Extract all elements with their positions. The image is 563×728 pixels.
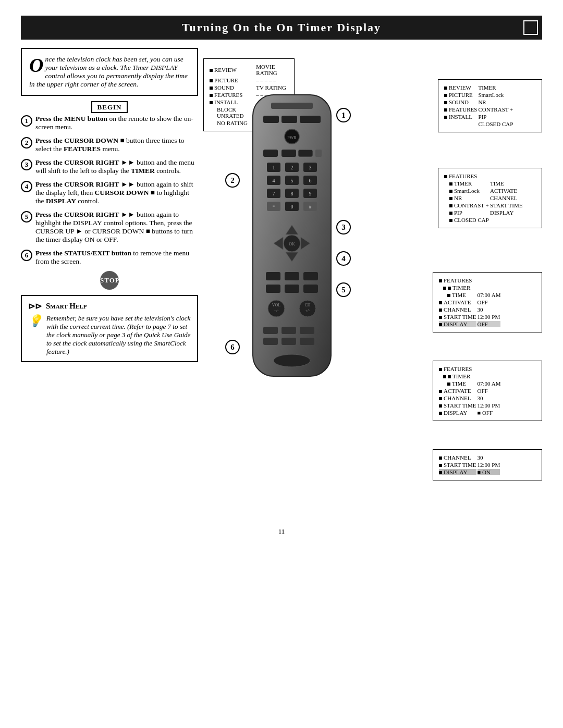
menu-3-row-pip: PIP DISPLAY — [444, 209, 522, 216]
step-2-num: 2 — [21, 137, 32, 149]
menu-3-contrast-label: CONTRAST + — [444, 202, 489, 208]
menu-5-time-label: TIME — [439, 380, 476, 387]
menu-2-features-value: CONTRAST + — [478, 106, 513, 113]
step-overlay-3: 3 — [336, 220, 351, 235]
menu-5-display-value: ■ OFF — [478, 410, 501, 416]
menu-2-review-label: REVIEW — [444, 84, 477, 91]
menu-4-display-value: OFF — [478, 321, 501, 327]
remote-control: PWR 1 2 3 4 — [235, 90, 349, 404]
svg-text:8: 8 — [291, 191, 293, 196]
svg-rect-1 — [271, 103, 313, 109]
step-3: 3 Press the CURSOR RIGHT ►► button and t… — [21, 158, 198, 175]
svg-text:2: 2 — [291, 165, 293, 170]
menu-6-row-display: DISPLAY ■ ON — [439, 469, 500, 475]
menu-4-starttime-label: START TIME — [439, 314, 476, 320]
svg-rect-8 — [282, 150, 296, 157]
step-2-text: Press the CURSOR DOWN ■ button three tim… — [35, 137, 198, 153]
menu-4-row-activate: ACTIVATE OFF — [439, 299, 500, 305]
menu-6-row-channel: CHANNEL 30 — [439, 454, 500, 461]
menu-4-table: FEATURES TIMER TIME 07:00 AM ACTIVAT — [438, 276, 501, 328]
menu-3-timer-label: TIMER — [444, 180, 489, 187]
menu-5-row-display: DISPLAY ■ OFF — [439, 410, 500, 416]
menu-3-row-contrast: CONTRAST + START TIME — [444, 202, 522, 208]
intro-box: O nce the television clock has been set,… — [21, 48, 198, 96]
menu-5-features-value — [478, 366, 501, 372]
menu-5-row-channel: CHANNEL 30 — [439, 395, 500, 401]
menu-3-smartlock-label: SmartLock — [444, 188, 489, 194]
menu-4-row-channel: CHANNEL 30 — [439, 306, 500, 313]
step-3-text: Press the CURSOR RIGHT ►► button and the… — [35, 158, 198, 175]
menu-3-row-smartlock: SmartLock ACTIVATE — [444, 188, 522, 194]
step-overlay-6: 6 — [225, 340, 240, 354]
smart-help-box: ⊳⊳ Smart Help 💡 Remember, be sure you ha… — [21, 295, 198, 362]
step-1-num: 1 — [21, 115, 32, 127]
step-overlay-4: 4 — [336, 251, 351, 266]
menu-5-starttime-label: START TIME — [439, 402, 476, 409]
intro-text: nce the television clock has been set, y… — [29, 55, 188, 88]
svg-rect-3 — [282, 116, 297, 123]
smart-help-body: 💡 Remember, be sure you have set the tel… — [28, 314, 191, 356]
menu-4-timer-value — [478, 285, 501, 291]
svg-text:4: 4 — [273, 178, 275, 183]
menu-panel-6: CHANNEL 30 START TIME 12:00 PM DISPLAY ■… — [433, 449, 542, 480]
menu-6-row-starttime: START TIME 12:00 PM — [439, 462, 500, 468]
svg-text:*: * — [273, 204, 275, 209]
svg-text:9: 9 — [309, 191, 312, 196]
menu-5-timer-value — [478, 373, 501, 379]
menu-4-features-label: FEATURES — [439, 277, 476, 283]
menu-3-features-label: FEATURES — [444, 173, 489, 179]
menu-5-activate-value: OFF — [478, 388, 501, 394]
page-number: 11 — [21, 527, 542, 536]
menu-5-channel-label: CHANNEL — [439, 395, 476, 401]
menu-3-row-closedcap: CLOSED CAP — [444, 217, 522, 223]
step-6-num: 6 — [21, 250, 32, 261]
svg-text:+/-: +/- — [305, 309, 310, 313]
step-6-text: Press the STATUS/EXIT button to remove t… — [35, 249, 198, 266]
svg-text:7: 7 — [273, 191, 275, 196]
step-6-bold: Press the STATUS/EXIT button — [35, 249, 131, 257]
svg-rect-46 — [303, 285, 318, 293]
menu-3-row-nr: NR CHANNEL — [444, 195, 522, 201]
svg-rect-45 — [285, 285, 299, 293]
menu-5-row-features: FEATURES — [439, 366, 500, 372]
step-4-cursor-down: CURSOR DOWN ■ — [95, 189, 155, 196]
menu-5-table: FEATURES TIMER TIME 07:00 AM ACTIVAT — [438, 365, 501, 417]
menu-1-picture-value: – – – – – — [256, 77, 288, 83]
main-content: O nce the television clock has been set,… — [21, 48, 542, 517]
menu-2-row-closed: CLOSED CAP — [444, 121, 513, 127]
svg-rect-54 — [282, 327, 296, 334]
menu-2-picture-label: PICTURE — [444, 92, 477, 98]
menu-6-starttime-label: START TIME — [439, 462, 476, 468]
step-4-bold: Press the CURSOR RIGHT — [35, 180, 119, 188]
step-4-display: DISPLAY — [46, 197, 76, 205]
step-5-bold: Press the CURSOR RIGHT — [35, 211, 119, 218]
svg-text:CH: CH — [304, 303, 310, 307]
svg-text:PWR: PWR — [287, 135, 297, 140]
menu-4-features-value — [478, 277, 501, 283]
menu-4-row-timer: TIMER — [439, 285, 500, 291]
step-3-timer: TIMER — [131, 167, 155, 175]
begin-label: BEGIN — [91, 101, 128, 113]
menu-4-activate-label: ACTIVATE — [439, 299, 476, 305]
svg-rect-57 — [282, 338, 296, 345]
step-5-text: Press the CURSOR RIGHT ►► button again t… — [35, 211, 198, 244]
menu-5-features-label: FEATURES — [439, 366, 476, 372]
menu-4-time-value: 07:00 AM — [478, 292, 501, 298]
menu-3-table: FEATURES TIMER TIME SmartLock ACTIVATE — [443, 172, 523, 224]
svg-text:6: 6 — [309, 178, 312, 183]
menu-3-row-features: FEATURES — [444, 173, 522, 179]
menu-6-starttime-value: 12:00 PM — [478, 462, 500, 468]
left-panel: O nce the television clock has been set,… — [21, 48, 198, 517]
menu-2-install-label: INSTALL — [444, 114, 477, 120]
menu-3-closedcap-label: CLOSED CAP — [444, 217, 489, 223]
menu-6-table: CHANNEL 30 START TIME 12:00 PM DISPLAY ■… — [438, 453, 501, 476]
menu-4-starttime-value: 12:00 PM — [478, 314, 501, 320]
menu-4-timer-label: TIMER — [439, 285, 476, 291]
menu-1-review-label: REVIEW — [210, 64, 255, 76]
menu-2-review-value: TIMER — [478, 84, 513, 91]
svg-rect-58 — [300, 338, 314, 345]
step-1: 1 Press the MENU button on the remote to… — [21, 115, 198, 131]
stop-section: STOP — [21, 271, 198, 290]
step-2-features: FEATURES — [64, 145, 101, 153]
menu-5-row-timer: TIMER — [439, 373, 500, 379]
